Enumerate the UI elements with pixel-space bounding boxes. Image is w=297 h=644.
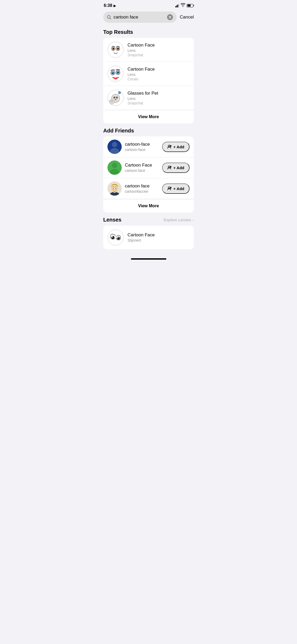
add-friend-button-1[interactable]: + Add	[162, 142, 190, 152]
battery-icon	[187, 4, 193, 7]
svg-point-33	[115, 99, 117, 100]
clear-button[interactable]	[167, 14, 173, 20]
add-friends-header: Add Friends	[99, 123, 198, 136]
explore-lenses-link[interactable]: Explore Lenses ›	[164, 218, 194, 222]
svg-point-54	[116, 188, 116, 189]
lens-face-svg-stijnnert	[108, 229, 124, 245]
svg-point-55	[114, 190, 115, 190]
lens-avatar-2	[107, 66, 124, 82]
battery-fill	[187, 4, 191, 7]
search-bar[interactable]: cartoon face	[103, 12, 177, 23]
top-result-item-3[interactable]: Glasses for Pet Lens Snapchat	[103, 86, 194, 110]
search-icon	[107, 15, 111, 20]
lens-face-svg-1	[108, 42, 124, 58]
add-friends-section: Add Friends cartoon-face cartoon-face	[99, 123, 198, 213]
friend-silhouette-1	[107, 140, 122, 154]
svg-point-36	[112, 100, 113, 102]
search-input[interactable]: cartoon face	[114, 15, 165, 20]
friend-info-2: Cartoon Face cartoon.face	[125, 163, 159, 173]
svg-point-30	[114, 97, 115, 98]
top-result-sub1-1: Lens	[128, 48, 190, 53]
top-result-info-2: Cartoon Face Lens Conan	[128, 67, 190, 81]
friend-info-1: cartoon-face cartoon-face	[125, 142, 159, 152]
add-friend-item-1[interactable]: cartoon-face cartoon-face + Add	[103, 136, 194, 157]
lenses-header: Lenses Explore Lenses ›	[99, 213, 198, 226]
lens-avatar-1	[107, 42, 124, 58]
wifi-icon	[181, 3, 185, 8]
top-result-info-3: Glasses for Pet Lens Snapchat	[128, 91, 190, 105]
lenses-section: Lenses Explore Lenses ›	[99, 213, 198, 249]
svg-point-39	[110, 148, 119, 154]
add-friends-card: cartoon-face cartoon-face + Add	[103, 136, 194, 213]
top-result-item-2[interactable]: Cartoon Face Lens Conan	[103, 62, 194, 86]
svg-point-56	[111, 189, 113, 191]
lenses-title: Lenses	[103, 217, 121, 223]
svg-point-22	[114, 78, 117, 79]
top-result-info-1: Cartoon Face Lens Snapchat	[128, 43, 190, 57]
svg-point-28	[120, 92, 121, 93]
explore-chevron: ›	[193, 218, 194, 222]
top-results-header: Top Results	[99, 25, 198, 38]
friend-bitmoji-3	[107, 181, 122, 196]
friend-display-name-2: Cartoon Face	[125, 163, 159, 168]
friend-avatar-3	[107, 181, 122, 196]
svg-point-10	[115, 51, 116, 52]
friend-avatar-1	[107, 140, 122, 154]
friend-username-1: cartoon-face	[125, 148, 159, 152]
signal-bar-2	[176, 5, 177, 7]
lens-avatar-stijnnert	[107, 229, 124, 246]
add-friend-icon-3	[167, 187, 172, 190]
svg-point-5	[113, 48, 113, 49]
friend-display-name-3: cartoon face	[125, 183, 159, 189]
explore-lenses-label: Explore Lenses	[164, 218, 191, 222]
top-result-item-1[interactable]: Cartoon Face Lens Snapchat	[103, 38, 194, 62]
signal-bars	[175, 4, 179, 7]
svg-point-9	[117, 48, 118, 49]
svg-point-50	[113, 188, 113, 189]
lens-face-svg-2	[108, 66, 124, 82]
top-result-title-1: Cartoon Face	[128, 43, 190, 48]
friend-display-name-1: cartoon-face	[125, 142, 159, 147]
top-result-sub1-3: Lens	[128, 96, 190, 101]
friend-username-2: cartoon.face	[125, 168, 159, 173]
top-result-sub2-1: Snapchat	[128, 53, 190, 57]
lens-item-1[interactable]: Cartoon Face Stijnnert	[103, 226, 194, 249]
status-bar: 6:38 ▶	[99, 0, 198, 10]
add-friend-item-3[interactable]: cartoon face cartoonfaccee + Add	[103, 178, 194, 199]
top-result-title-2: Cartoon Face	[128, 67, 190, 72]
friend-username-3: cartoonfaccee	[125, 189, 159, 194]
top-results-card: Cartoon Face Lens Snapchat	[103, 38, 194, 123]
svg-point-38	[112, 142, 117, 147]
add-friend-label-2: + Add	[173, 165, 184, 170]
top-results-view-more[interactable]: View More	[103, 110, 194, 123]
signal-bar-1	[175, 6, 176, 7]
add-friend-label-3: + Add	[173, 186, 184, 191]
lens-face-svg-3	[108, 90, 124, 106]
svg-point-34	[109, 99, 114, 104]
svg-point-66	[115, 236, 116, 238]
add-friend-button-2[interactable]: + Add	[162, 163, 190, 173]
home-indicator	[99, 256, 198, 262]
home-bar	[131, 258, 166, 260]
signal-bar-4	[178, 4, 179, 7]
add-friend-item-2[interactable]: Cartoon Face cartoon.face + Add	[103, 157, 194, 178]
svg-point-62	[112, 236, 113, 238]
svg-point-64	[117, 237, 120, 240]
svg-point-32	[116, 97, 117, 98]
lenses-card: Cartoon Face Stijnnert	[103, 226, 194, 249]
status-icons	[175, 3, 193, 8]
svg-point-42	[110, 169, 119, 175]
lens-creator-1: Stijnnert	[128, 238, 190, 242]
friend-silhouette-2	[107, 160, 122, 175]
svg-point-1	[108, 42, 123, 57]
location-icon: ▶	[114, 4, 116, 8]
cancel-button[interactable]: Cancel	[180, 15, 194, 20]
add-friend-button-3[interactable]: + Add	[162, 183, 190, 194]
svg-point-35	[111, 100, 112, 102]
top-results-section: Top Results	[99, 25, 198, 123]
add-friend-icon-1	[167, 145, 172, 149]
add-friends-view-more[interactable]: View More	[103, 199, 194, 213]
svg-point-57	[116, 189, 118, 191]
svg-point-37	[111, 102, 112, 103]
top-result-sub2-2: Conan	[128, 77, 190, 81]
